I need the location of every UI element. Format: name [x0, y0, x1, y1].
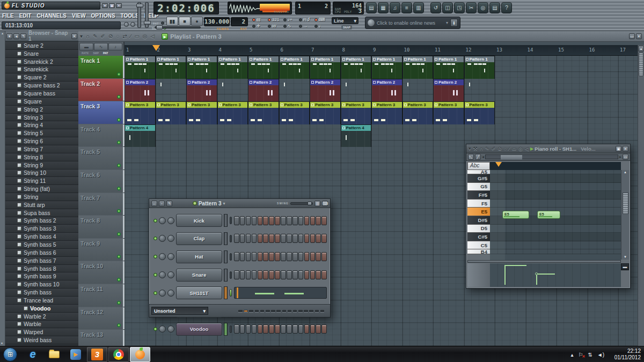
browser-titlebar[interactable]: ▾ ◂ ↰ Browser - Snap 1 ✕ [5, 31, 78, 41]
step-cell[interactable] [275, 234, 280, 243]
pattern-clip-header[interactable]: Pattern 1 [156, 56, 186, 62]
menu-tools[interactable]: TOOLS [121, 13, 139, 19]
pattern-clip-header[interactable]: Pattern 4 [341, 125, 371, 131]
pattern-clip[interactable]: Pattern 2 [310, 79, 341, 102]
pattern-clip-header[interactable]: Pattern 3 [341, 102, 371, 108]
close-icon[interactable]: ✕ [71, 33, 77, 39]
pattern-selector-display[interactable]: 2 [231, 17, 248, 26]
pattern-clip[interactable]: Pattern 1 [341, 56, 372, 79]
grid-row[interactable] [490, 191, 621, 200]
pattern-clip-header[interactable]: Pattern 2 [248, 79, 279, 85]
step-cell[interactable] [246, 252, 251, 261]
step-cell[interactable] [240, 252, 245, 261]
browser-side-strip[interactable]: ▴▾ [0, 31, 5, 346]
pattern-clip-header[interactable]: Pattern 1 [218, 56, 248, 62]
channel-enable-led-icon[interactable] [153, 255, 157, 258]
maximize-icon[interactable]: ▣ [616, 146, 621, 152]
scroll-right-icon[interactable]: ▸ [619, 154, 621, 159]
paint-icon[interactable]: ✐ [492, 146, 496, 151]
pattern-clip[interactable]: Pattern 4 [125, 124, 156, 147]
channel-button[interactable]: Hat [176, 250, 222, 263]
step-cell[interactable] [269, 234, 274, 243]
track-header[interactable]: Track 12 [78, 307, 125, 330]
browser-item[interactable]: Warble 2 [5, 313, 78, 321]
step-cell[interactable] [310, 216, 316, 225]
wrench-icon[interactable]: ⚒ [473, 146, 478, 151]
piano-key-g5[interactable]: G5 [467, 183, 490, 191]
channel-enable-led-icon[interactable] [153, 291, 157, 295]
step-cell[interactable] [258, 234, 263, 243]
piano-key-fs5[interactable]: F#5 [467, 191, 490, 200]
pattern-clip[interactable]: Pattern 1 [464, 56, 495, 79]
channel-mute-strip[interactable] [224, 323, 228, 336]
step-cell[interactable] [269, 252, 274, 261]
pattern-clip-header[interactable]: Pattern 1 [248, 56, 279, 62]
browser-item[interactable]: Synth bass [5, 289, 78, 297]
step-cell[interactable] [292, 252, 298, 261]
pattern-clip[interactable]: Pattern 3 [371, 101, 402, 124]
step-cell[interactable] [310, 234, 316, 243]
browser-item[interactable]: Synth bass 3 [5, 225, 78, 233]
track-header[interactable]: Track 7 [78, 193, 125, 216]
focus-icon[interactable]: ▭ [629, 33, 635, 39]
pattern-clip[interactable]: Pattern 1 [248, 56, 279, 79]
pattern-clip[interactable]: Pattern 1 [402, 56, 434, 79]
pattern-clip[interactable]: Pattern 1 [371, 56, 402, 79]
playlist-title[interactable]: Playlist - Pattern 3 [170, 33, 221, 40]
browser-item[interactable]: String 10 [5, 169, 78, 178]
step-cell[interactable] [292, 216, 298, 225]
hint-knob-1[interactable] [124, 22, 129, 27]
scroll-thumb[interactable] [501, 155, 522, 159]
velocity-lane[interactable] [490, 263, 621, 287]
focus-icon[interactable]: ▭ [623, 154, 628, 160]
pattern-clip[interactable]: Pattern 2 [371, 79, 402, 102]
slope-tool-icon[interactable]: ╱ [475, 154, 481, 160]
pattern-clip[interactable]: Pattern 3 [402, 101, 434, 124]
time-display[interactable]: 2:02:006 [153, 2, 219, 14]
menu-channels[interactable]: CHANNELS [36, 13, 67, 19]
piano-roll-title[interactable]: Piano roll - SH1... [535, 146, 576, 152]
save-button[interactable]: ◫ [442, 2, 453, 13]
volume-icon[interactable]: ◄) [597, 352, 604, 358]
step-cell[interactable] [321, 216, 327, 225]
step-cell[interactable] [269, 270, 274, 279]
playlist-toggle-button[interactable]: ▤ [366, 2, 377, 13]
collapse-icon[interactable]: ◂ [13, 33, 19, 39]
action-center-icon[interactable]: ⚐ [578, 352, 583, 358]
grid-row[interactable] [490, 241, 621, 250]
piano-key-gs5[interactable]: G#5 [467, 174, 490, 183]
resize-icon[interactable]: ↔ [151, 201, 157, 206]
pattern-clip-header[interactable]: Pattern 2 [187, 79, 217, 85]
pattern-clip-header[interactable]: Pattern 2 [434, 79, 464, 85]
track-led-icon[interactable] [117, 187, 121, 190]
step-cell[interactable] [287, 324, 292, 334]
step-sequencer-toggle-button[interactable]: ▦ [378, 2, 389, 13]
track-led-icon[interactable] [117, 95, 121, 99]
swing-handle[interactable] [308, 202, 312, 205]
taskbar-app-three-mobile[interactable]: 3 [87, 347, 107, 362]
maximize-icon[interactable]: ▣ [109, 3, 115, 8]
typing-to-piano-toggle[interactable]: ⌨ [314, 17, 330, 22]
piano-key-cs5[interactable]: C#5 [467, 233, 490, 241]
browser-item[interactable]: Snarekick 2 [5, 58, 78, 66]
step-cell[interactable] [258, 216, 263, 225]
track-header[interactable]: Track 1 [78, 56, 125, 78]
step-cell[interactable] [275, 324, 280, 334]
detach-icon[interactable]: ↰ [166, 201, 172, 206]
browser-item[interactable]: Supa bass [5, 209, 78, 217]
channel-mute-strip[interactable] [224, 250, 228, 263]
browser-item[interactable]: Voodoo [5, 305, 78, 313]
browser-item[interactable]: Synth bass 10 [5, 280, 78, 289]
news-bar[interactable]: Click to enable online news ▾ ⬇ [365, 17, 460, 29]
collapse-lane-icon[interactable]: ▬ [621, 263, 629, 270]
chevron-down-icon[interactable]: ▾ [469, 146, 471, 151]
pattern-clip-header[interactable]: Pattern 1 [465, 56, 495, 62]
step-cell[interactable] [258, 324, 263, 334]
browser-item[interactable]: String 8 [5, 153, 78, 161]
delete-icon[interactable]: ⊘ [497, 146, 502, 151]
step-cell[interactable] [298, 216, 304, 225]
app-titlebar[interactable]: FL STUDIO [2, 2, 100, 10]
close-icon[interactable]: ✕ [623, 146, 628, 152]
volume-knob[interactable] [167, 253, 174, 260]
pattern-clip[interactable]: Pattern 4 [341, 124, 372, 147]
